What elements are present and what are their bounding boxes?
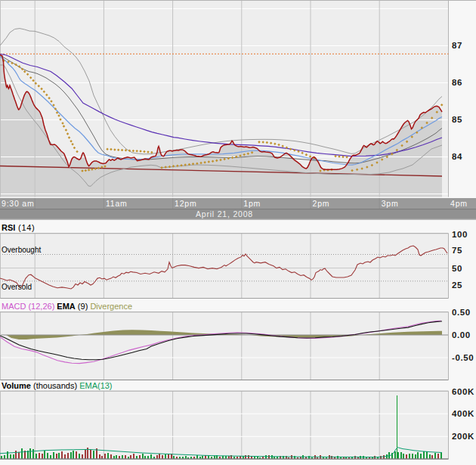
svg-text:3pm: 3pm <box>382 199 399 208</box>
svg-text:87: 87 <box>452 41 462 50</box>
svg-text:600K: 600K <box>452 387 474 396</box>
svg-text:75: 75 <box>452 246 462 255</box>
svg-text:-0.50: -0.50 <box>452 353 474 362</box>
svg-text:200K: 200K <box>452 432 474 441</box>
svg-text:1pm: 1pm <box>243 199 261 208</box>
svg-text:85: 85 <box>452 115 462 124</box>
svg-text:Overbought: Overbought <box>2 246 41 254</box>
svg-text:2pm: 2pm <box>313 199 330 208</box>
svg-text:400K: 400K <box>452 409 474 418</box>
svg-text:86: 86 <box>452 78 462 87</box>
svg-text:0.50: 0.50 <box>452 308 471 317</box>
svg-text:12pm: 12pm <box>175 199 196 208</box>
svg-text:MACD (12,26) EMA (9) Divergenc: MACD (12,26) EMA (9) Divergence <box>2 302 132 311</box>
svg-text:Oversold: Oversold <box>2 283 32 291</box>
svg-text:April 21, 2008: April 21, 2008 <box>196 209 253 219</box>
svg-text:100: 100 <box>452 230 468 239</box>
svg-text:RSI (14): RSI (14) <box>2 223 35 232</box>
svg-text:50: 50 <box>452 264 462 273</box>
svg-text:9:30 am: 9:30 am <box>2 199 35 208</box>
svg-text:4pm: 4pm <box>450 199 468 208</box>
svg-text:Volume (thousands) EMA(13): Volume (thousands) EMA(13) <box>2 381 113 390</box>
svg-text:84: 84 <box>452 152 462 161</box>
svg-text:25: 25 <box>452 281 462 290</box>
svg-text:11am: 11am <box>106 199 128 208</box>
svg-text:0.00: 0.00 <box>452 330 471 339</box>
